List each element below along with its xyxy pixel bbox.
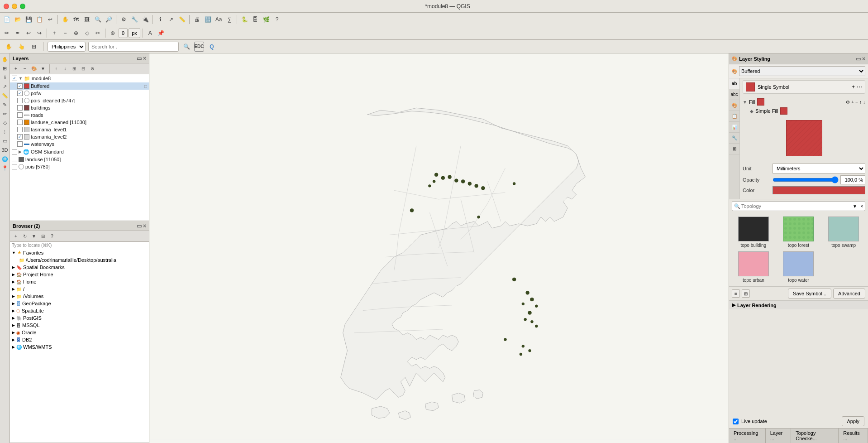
remove-layer-x-btn[interactable]: ⊗ <box>88 65 96 73</box>
tab-processing[interactable]: Processing ... <box>729 429 766 443</box>
osm-expand-icon[interactable]: ▶ <box>19 149 22 154</box>
style-tab-icon2[interactable]: 📋 <box>729 111 739 122</box>
pan-map-icon[interactable]: ✋ <box>4 42 14 52</box>
help-icon[interactable]: ? <box>272 14 282 24</box>
browser-refresh-btn[interactable]: ↻ <box>21 232 29 241</box>
label-pin-icon[interactable]: 📌 <box>156 28 166 38</box>
layer-checkbox-buffered[interactable]: ✓ <box>17 83 23 89</box>
browser-item-desktop[interactable]: 📁 /Users/codrinamariailie/Desktop/austra… <box>10 256 149 264</box>
style-search-clear-icon[interactable]: × <box>860 204 863 209</box>
processing-icon[interactable]: ⚙ <box>119 14 129 24</box>
select-tool-icon[interactable]: ↗ <box>1 82 9 91</box>
apply-btn[interactable]: Apply <box>842 416 864 426</box>
layer-checkbox-pois-5780[interactable] <box>12 164 17 169</box>
layer-styling-close[interactable]: × <box>862 56 865 62</box>
new-project-icon[interactable]: 📄 <box>2 14 12 24</box>
tab-topology[interactable]: Topology Checke... <box>791 429 839 443</box>
style-item-topo-urban[interactable]: topo urban <box>733 251 774 283</box>
style-tab-abc2[interactable]: abc <box>729 89 739 100</box>
digitize-icon[interactable]: ✒ <box>13 28 23 38</box>
layer-checkbox-tasmania-level1[interactable] <box>17 127 23 132</box>
fill-up-icon[interactable]: ↑ <box>859 100 862 105</box>
browser-close-btn[interactable]: × <box>143 223 146 229</box>
style-search-options-icon[interactable]: ▼ <box>853 204 857 209</box>
maximize-button[interactable] <box>20 4 25 9</box>
tab-results[interactable]: Results ... <box>839 429 868 443</box>
fill-row[interactable]: ▼ Fill ⚙ + − ↑ ↓ <box>743 97 865 106</box>
layer-tasmania-level2[interactable]: ✓ tasmania_level2 <box>10 133 149 140</box>
layer-osm-group[interactable]: ▶ 🌐 OSM Standard <box>10 148 149 156</box>
browser-item-home[interactable]: ▶ 🏠 Home <box>10 278 149 285</box>
pan-tool-icon[interactable]: ✋ <box>1 55 9 63</box>
layer-pofw[interactable]: ✓ pofw <box>10 90 149 97</box>
label-icon[interactable]: Aa <box>214 14 224 24</box>
measure-tool-icon[interactable]: 📏 <box>1 91 9 100</box>
measure-icon[interactable]: 📏 <box>177 14 187 24</box>
move-layer-down-btn[interactable]: ↓ <box>61 65 69 73</box>
snapping-icon[interactable]: ⊛ <box>108 28 118 38</box>
move-feature-icon[interactable]: ⊕ <box>71 28 81 38</box>
redo-icon[interactable]: ↪ <box>34 28 44 38</box>
browser-help-btn[interactable]: ? <box>48 232 56 241</box>
layer-waterways[interactable]: waterways <box>10 140 149 148</box>
revert-icon[interactable]: ↩ <box>45 14 55 24</box>
zoom-out-icon[interactable]: 🔎 <box>104 14 114 24</box>
advanced-btn[interactable]: Advanced <box>833 289 865 299</box>
layer-module8-group[interactable]: ✓ ▼ 📁 module8 <box>10 74 149 82</box>
add-feature-icon[interactable]: + <box>49 28 59 38</box>
label-settings-icon[interactable]: A <box>145 28 155 38</box>
browser-item-spatialite[interactable]: ▶ ⬡ SpatiaLite <box>10 307 149 314</box>
style-tab-abc[interactable]: ab <box>729 78 739 89</box>
layer-checkbox-pofw[interactable]: ✓ <box>17 91 23 96</box>
layer-checkbox-tasmania-level2[interactable]: ✓ <box>17 134 23 140</box>
style-item-topo-forest[interactable]: topo forest <box>778 217 820 248</box>
style-tab-icon3[interactable]: 📊 <box>729 122 739 133</box>
node-tool-icon[interactable]: ◇ <box>82 28 92 38</box>
layer-roads[interactable]: roads <box>10 111 149 119</box>
layer-checkbox-landuse-11050[interactable] <box>12 157 17 162</box>
layer-buildings[interactable]: buildings <box>10 104 149 111</box>
layer-styling-minimize[interactable]: ▭ <box>856 56 861 62</box>
browser-collapse-btn[interactable]: ⊟ <box>39 232 47 241</box>
opacity-value-input[interactable] <box>840 175 865 184</box>
collapse-all-btn[interactable]: ⊟ <box>79 65 87 73</box>
layers-close-btn[interactable]: × <box>143 55 146 62</box>
close-button[interactable] <box>4 4 9 9</box>
pan-icon[interactable]: ✋ <box>60 14 70 24</box>
touch-icon[interactable]: 👆 <box>16 42 26 52</box>
browser-item-root[interactable]: ▶ 📁 / <box>10 285 149 293</box>
polygon-icon[interactable]: ▭ <box>1 137 9 145</box>
unit-select[interactable]: Millimeters <box>773 164 865 173</box>
layer-checkbox-osm[interactable] <box>12 149 17 154</box>
qgis-icon[interactable]: Q <box>207 42 217 52</box>
add-raster-icon[interactable]: 🖼 <box>82 14 92 24</box>
add-vector-icon[interactable]: 🗺 <box>71 14 81 24</box>
identify-tool-icon[interactable]: ℹ <box>1 73 9 82</box>
browser-item-mssql[interactable]: ▶ 🗄 MSSQL <box>10 322 149 329</box>
browser-item-volumes[interactable]: ▶ 📁 /Volumes <box>10 293 149 300</box>
fill-remove-icon[interactable]: − <box>855 100 858 105</box>
vertex-icon[interactable]: ⊹ <box>1 128 9 136</box>
grass-icon[interactable]: 🌿 <box>261 14 271 24</box>
browser-item-db2[interactable]: ▶ 🗄 DB2 <box>10 336 149 343</box>
style-grid-view-btn[interactable]: ⊞ <box>742 289 750 298</box>
save-as-icon[interactable]: 📋 <box>34 14 44 24</box>
group-expand-icon[interactable]: ▼ <box>19 76 23 81</box>
node-tool-icon2[interactable]: ◇ <box>1 119 9 127</box>
db-manager-icon[interactable]: 🗄 <box>250 14 260 24</box>
settings-icon[interactable]: 🔧 <box>129 14 139 24</box>
style-item-topo-swamp[interactable]: topo swamp <box>823 217 864 248</box>
select-icon[interactable]: ↗ <box>166 14 176 24</box>
zoom-full-icon[interactable]: ⊞ <box>29 42 39 52</box>
zoom-tool-icon[interactable]: ⊞ <box>1 64 9 72</box>
save-symbol-btn[interactable]: Save Symbol... <box>788 289 831 299</box>
python-icon[interactable]: 🐍 <box>239 14 249 24</box>
undo-icon[interactable]: ↩ <box>24 28 33 38</box>
browser-item-postgis[interactable]: ▶ 🐘 PostGIS <box>10 314 149 322</box>
field-calc-icon[interactable]: ∑ <box>224 14 234 24</box>
edc-icon[interactable]: EDC <box>194 42 204 52</box>
move-layer-up-btn[interactable]: ↑ <box>52 65 60 73</box>
location-icon[interactable]: 📍 <box>1 164 9 172</box>
layer-buffered[interactable]: ✓ Buffered □ <box>10 82 149 90</box>
delete-feature-icon[interactable]: − <box>60 28 70 38</box>
